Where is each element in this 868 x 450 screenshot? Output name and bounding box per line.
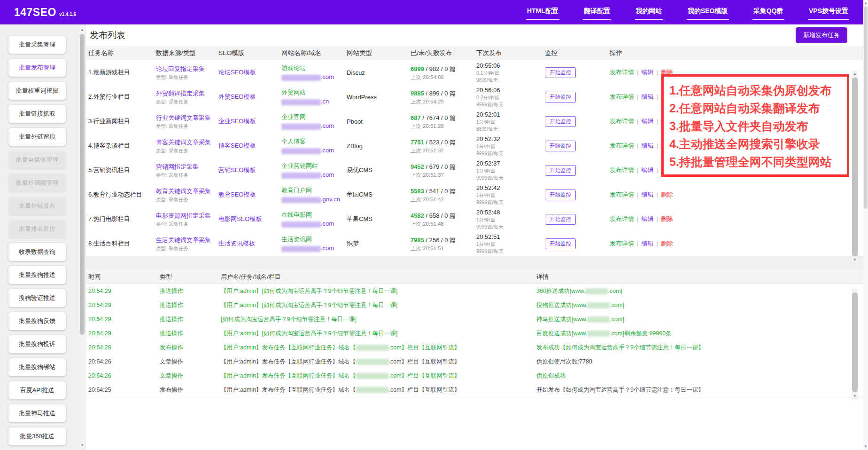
start-monitor-button[interactable]: 开始监控 [545, 165, 576, 176]
scroll-down-icon[interactable]: ▼ [863, 444, 868, 450]
scroll-up-icon[interactable]: ▲ [863, 0, 868, 6]
sidebar-item[interactable]: 批量搜狗推送 [8, 266, 66, 284]
source-type: 类型: 采集任务 [156, 197, 218, 203]
seo-template-link[interactable]: 营销SEO模板 [218, 166, 256, 174]
task-list-scrollbar[interactable]: ▲ ▼ [852, 71, 858, 263]
source-link[interactable]: 生活关键词文章采集 [156, 237, 211, 244]
start-monitor-button[interactable]: 开始监控 [545, 92, 576, 103]
publish-detail-link[interactable]: 发布详情 [610, 240, 634, 247]
task-scroll-thumb[interactable] [852, 78, 858, 256]
edit-link[interactable]: 编辑 [641, 215, 653, 222]
sidebar-item[interactable]: 搜狗验证推送 [8, 289, 66, 307]
sidebar-scroll-thumb[interactable] [80, 34, 85, 335]
publish-detail-link[interactable]: 发布详情 [610, 215, 634, 222]
publish-detail-link[interactable]: 发布详情 [610, 142, 634, 149]
scroll-down-icon[interactable]: ▼ [79, 442, 85, 448]
start-monitor-button[interactable]: 开始监控 [545, 141, 576, 151]
sidebar-item[interactable]: 批量外链留痕 [8, 128, 66, 146]
start-monitor-button[interactable]: 开始监控 [545, 189, 576, 200]
col-monitor: 监控 [545, 49, 610, 57]
sidebar-item[interactable]: 批量搜狗反馈 [8, 312, 66, 330]
seo-template-link[interactable]: 教育SEO模板 [218, 191, 256, 198]
delete-link[interactable]: 删除 [661, 240, 673, 247]
sidebar-item[interactable]: 批量发布管理 [8, 59, 66, 77]
daily-quota: 88篇/每天 [476, 126, 545, 132]
nav-item-vps-dial[interactable]: VPS拨号设置 [808, 5, 849, 20]
publish-detail-link[interactable]: 发布详情 [610, 93, 634, 100]
log-scroll-thumb[interactable] [852, 292, 858, 392]
source-link[interactable]: 论坛回复指定采集 [156, 65, 205, 72]
sidebar-item[interactable]: 收录数据查询 [8, 243, 66, 261]
publish-interval: 1分钟/篇 [476, 168, 545, 174]
redacted-domain [356, 345, 389, 351]
delete-link[interactable]: 删除 [661, 191, 673, 198]
log-scrollbar[interactable]: ▼ [852, 289, 858, 400]
edit-link[interactable]: 编辑 [641, 166, 653, 174]
seo-template-link[interactable]: 企业SEO模板 [218, 118, 256, 125]
source-link[interactable]: 行业关键词文章采集 [156, 114, 211, 121]
nav-item-qq-group[interactable]: 采集QQ群 [752, 5, 784, 20]
last-publish-time: 上次:20:51:37 [411, 172, 476, 178]
daily-quota: 9999篇/每天 [476, 199, 545, 205]
redacted-domain [281, 197, 321, 203]
pending-failed-count: / 541 / 0 篇 [424, 188, 456, 195]
top-nav: HTML配置 翻译配置 我的网站 我的SEO模版 采集QQ群 VPS拨号设置 [526, 0, 849, 24]
source-link[interactable]: 教育关键词文章采集 [156, 188, 211, 195]
add-publish-task-button[interactable]: 新增发布任务 [796, 27, 847, 43]
start-monitor-button[interactable]: 开始监控 [545, 238, 576, 249]
nav-item-html-config[interactable]: HTML配置 [526, 5, 559, 20]
start-monitor-button[interactable]: 开始监控 [545, 67, 576, 78]
sidebar-scrollbar[interactable]: ▲ ▼ [79, 26, 85, 449]
edit-link[interactable]: 编辑 [641, 240, 653, 247]
sidebar-item[interactable]: 批量360推送 [8, 427, 66, 445]
publish-detail-link[interactable]: 发布详情 [610, 118, 634, 125]
delete-link[interactable]: 删除 [661, 215, 673, 222]
start-monitor-button[interactable]: 开始监控 [545, 116, 576, 127]
source-link[interactable]: 营销网指定采集 [156, 163, 199, 170]
log-target: 【用户:admin】[如何成为淘宝运营高手？9个细节需注意！每日一课] [221, 330, 536, 338]
edit-link[interactable]: 编辑 [641, 118, 653, 125]
daily-quota: 98篇/每天 [476, 77, 545, 83]
app-version: v1.4.1.6 [59, 12, 76, 17]
scroll-down-icon[interactable]: ▼ [852, 394, 858, 399]
sidebar-item[interactable]: 批量权重词挖掘 [8, 82, 66, 100]
page-scroll-thumb[interactable] [864, 7, 868, 209]
redacted-domain [281, 75, 321, 81]
seo-template-link[interactable]: 电影网SEO模板 [218, 215, 262, 222]
edit-link[interactable]: 编辑 [641, 142, 653, 149]
action-separator: | [637, 69, 638, 76]
nav-item-my-sites[interactable]: 我的网站 [635, 5, 663, 20]
start-monitor-button[interactable]: 开始监控 [545, 214, 576, 225]
sidebar-item[interactable]: 批量搜狗绑站 [8, 358, 66, 376]
publish-detail-link[interactable]: 发布详情 [610, 191, 634, 198]
source-type: 类型: 采集任务 [156, 221, 218, 227]
nav-item-my-seo-templates[interactable]: 我的SEO模版 [687, 5, 729, 20]
log-row: 20:54:28发布操作【用户:admin】发布任务【互联网行业任务】域名【.c… [86, 340, 863, 355]
seo-template-link[interactable]: 论坛SEO模板 [218, 69, 256, 76]
sidebar-item[interactable]: 批量采集管理 [8, 36, 66, 54]
edit-link[interactable]: 编辑 [641, 69, 653, 76]
sidebar-item[interactable]: 批量神马推送 [8, 404, 66, 422]
scroll-up-icon[interactable]: ▲ [852, 71, 858, 77]
source-link[interactable]: 博客关键词文章采集 [156, 139, 211, 146]
page-scrollbar[interactable]: ▲ ▼ [863, 0, 868, 450]
pending-failed-count: / 7674 / 0 篇 [421, 114, 456, 121]
nav-item-translate-config[interactable]: 翻译配置 [583, 5, 611, 20]
publish-detail-link[interactable]: 发布详情 [610, 69, 634, 76]
edit-link[interactable]: 编辑 [641, 93, 653, 100]
sidebar-item[interactable]: 百度API推送 [8, 381, 66, 399]
last-publish-time: 上次:20:51:28 [411, 123, 476, 129]
sidebar-item[interactable]: 批量链接抓取 [8, 105, 66, 123]
edit-link[interactable]: 编辑 [641, 191, 653, 198]
source-link[interactable]: 外贸翻译指定采集 [156, 90, 205, 97]
source-link[interactable]: 电影资源网指定采集 [156, 212, 211, 219]
seo-template-link[interactable]: 生活资讯模板 [218, 240, 255, 247]
seo-template-link[interactable]: 博客SEO模板 [218, 142, 256, 149]
sidebar-item[interactable]: 批量搜狗投诉 [8, 335, 66, 353]
log-table-header: 时间 类型 用户名/任务/域名/栏目 详情 [86, 270, 863, 284]
scroll-down-icon[interactable]: ▼ [852, 257, 858, 263]
sidebar-list: 批量采集管理批量发布管理批量权重词挖掘批量链接抓取批量外链留痕批量自媒体管理批量… [0, 24, 86, 445]
seo-template-link[interactable]: 外贸SEO模板 [218, 93, 256, 100]
scroll-up-icon[interactable]: ▲ [79, 27, 85, 33]
publish-detail-link[interactable]: 发布详情 [610, 166, 634, 174]
